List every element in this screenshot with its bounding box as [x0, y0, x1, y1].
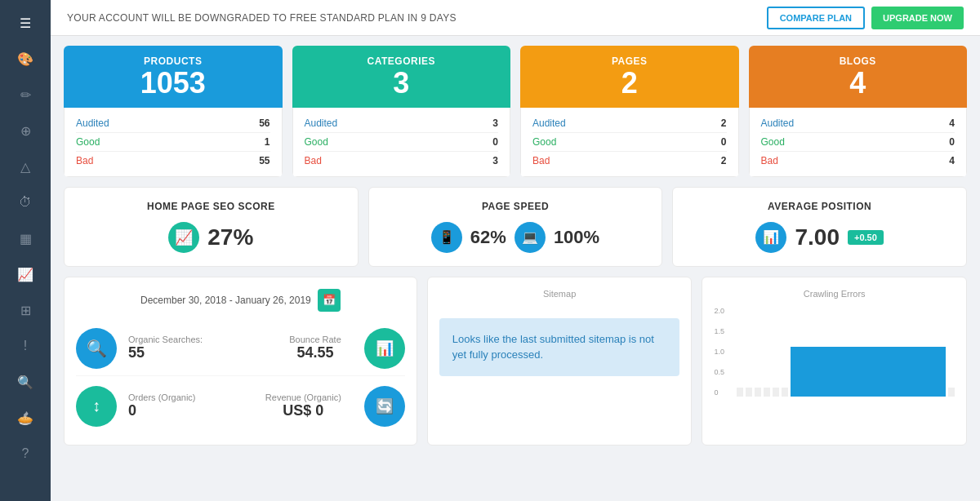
avg-position-value-row: 📊 7.00 +0.50 [755, 222, 883, 253]
categories-bad-value: 3 [492, 155, 498, 166]
main-content: YOUR ACCOUNT WILL BE DOWNGRADED TO FREE … [51, 0, 980, 501]
blogs-card: BLOGS 4 Audited 4 Good 0 Bad 4 [749, 46, 968, 177]
categories-good-row: Good 0 [305, 133, 499, 152]
sidebar-icon-chart[interactable]: 📈 [11, 259, 40, 289]
avg-position-icon: 📊 [755, 222, 786, 253]
orders-value: 0 [128, 402, 196, 419]
pages-good-value: 0 [721, 136, 727, 148]
y-label-0: 0 [714, 388, 724, 397]
pages-header: PAGES 2 [520, 46, 739, 108]
blogs-bad-row: Bad 4 [761, 152, 956, 170]
bar-chart [737, 307, 955, 397]
avg-position-number: 7.00 [795, 224, 840, 250]
categories-label: CATEGORIES [304, 55, 500, 67]
pages-good-row: Good 0 [532, 133, 727, 152]
products-card: PRODUCTS 1053 Audited 56 Good 1 Bad 55 [64, 46, 283, 177]
organic-searches-data: Organic Searches: 55 [128, 335, 203, 361]
crawling-errors-card: Crawling Errors 2.0 1.5 1.0 0.5 0 [702, 277, 967, 446]
bar-main [791, 347, 946, 397]
products-value: 1053 [75, 67, 271, 100]
sidebar-icon-grid[interactable]: ⊞ [11, 295, 40, 325]
seo-score-card: HOME PAGE SEO SCORE 📈 27% [64, 187, 359, 267]
categories-body: Audited 3 Good 0 Bad 3 [292, 108, 511, 177]
avg-position-card: AVERAGE POSITION 📊 7.00 +0.50 [672, 187, 967, 267]
sidebar-icon-search[interactable]: 🔍 [11, 367, 40, 397]
products-header: PRODUCTS 1053 [64, 46, 283, 108]
bar-1 [737, 388, 743, 397]
categories-good-value: 0 [492, 136, 498, 148]
categories-good-label: Good [305, 136, 328, 148]
orders-data: Orders (Organic) 0 [128, 392, 196, 419]
desktop-speed-number: 100% [554, 227, 599, 248]
calendar-button[interactable]: 📅 [318, 289, 341, 312]
categories-header: CATEGORIES 3 [292, 46, 511, 108]
pages-bad-row: Bad 2 [532, 152, 727, 170]
blogs-body: Audited 4 Good 0 Bad 4 [749, 108, 968, 177]
topbar: YOUR ACCOUNT WILL BE DOWNGRADED TO FREE … [51, 0, 980, 36]
bar-3 [755, 388, 761, 397]
crawling-errors-title: Crawling Errors [714, 289, 955, 299]
topbar-message: YOUR ACCOUNT WILL BE DOWNGRADED TO FREE … [67, 12, 457, 24]
sidebar-icon-clock[interactable]: ⏱ [11, 188, 40, 217]
categories-card: CATEGORIES 3 Audited 3 Good 0 Bad 3 [292, 46, 511, 177]
categories-value: 3 [304, 67, 500, 100]
organic-searches-row: 🔍 Organic Searches: 55 Bounce Rate 54.55… [76, 321, 405, 376]
sitemap-message: Looks like the last submitted sitemap is… [439, 318, 680, 376]
products-label: PRODUCTS [75, 55, 271, 67]
pages-good-label: Good [532, 136, 556, 148]
upgrade-now-button[interactable]: UPGRADE NOW [871, 7, 964, 29]
y-label-0-5: 0.5 [714, 368, 724, 376]
pages-label: PAGES [532, 55, 728, 67]
categories-audited-row: Audited 3 [305, 114, 499, 133]
orders-label: Orders (Organic) [128, 392, 196, 402]
organic-searches-value: 55 [128, 344, 203, 361]
revenue-circle-icon: 🔄 [364, 386, 405, 427]
sidebar-icon-table[interactable]: ▦ [11, 224, 40, 253]
bottom-row: December 30, 2018 - January 26, 2019 📅 🔍… [64, 277, 967, 446]
pages-audited-label: Audited [532, 117, 566, 129]
products-bad-value: 55 [259, 155, 270, 166]
products-good-value: 1 [265, 136, 270, 148]
compare-plan-button[interactable]: COMPARE PLAN [767, 7, 865, 29]
bar-2 [746, 388, 752, 397]
sidebar-icon-edit[interactable]: ✏ [11, 80, 40, 109]
y-axis: 2.0 1.5 1.0 0.5 0 [714, 307, 724, 397]
sitemap-card: Sitemap Looks like the last submitted si… [427, 277, 693, 446]
sidebar-icon-plus[interactable]: ⊕ [11, 116, 40, 145]
blogs-value: 4 [760, 67, 956, 100]
metrics-row: HOME PAGE SEO SCORE 📈 27% PAGE SPEED 📱 6… [64, 187, 967, 267]
avg-position-badge: +0.50 [848, 230, 884, 245]
revenue-data: Revenue (Organic) US$ 0 [265, 392, 341, 419]
blogs-good-value: 0 [949, 136, 955, 148]
blogs-bad-value: 4 [949, 155, 955, 166]
sidebar: ☰ 🎨 ✏ ⊕ △ ⏱ ▦ 📈 ⊞ ! 🔍 🥧 ? [0, 0, 51, 501]
sidebar-icon-triangle[interactable]: △ [11, 152, 40, 181]
categories-audited-label: Audited [305, 117, 338, 129]
page-speed-card: PAGE SPEED 📱 62% 💻 100% [368, 187, 663, 267]
sidebar-icon-help[interactable]: ? [11, 439, 40, 468]
pages-body: Audited 2 Good 0 Bad 2 [520, 108, 739, 177]
search-circle-icon: 🔍 [76, 328, 117, 369]
sidebar-icon-dashboard[interactable]: 🎨 [11, 44, 40, 73]
blogs-bad-label: Bad [761, 155, 778, 166]
pages-audited-row: Audited 2 [532, 114, 727, 133]
bounce-rate-data: Bounce Rate 54.55 [289, 335, 341, 361]
mobile-speed-number: 62% [470, 227, 506, 248]
page-speed-title: PAGE SPEED [482, 201, 549, 212]
date-range: December 30, 2018 - January 26, 2019 📅 [76, 289, 405, 312]
blogs-label: BLOGS [760, 55, 956, 67]
categories-audited-value: 3 [492, 117, 498, 129]
y-label-2: 2.0 [714, 307, 724, 315]
date-range-text: December 30, 2018 - January 26, 2019 [140, 295, 311, 306]
sidebar-icon-menu[interactable]: ☰ [11, 8, 40, 38]
blogs-header: BLOGS 4 [749, 46, 968, 108]
sitemap-title: Sitemap [439, 289, 680, 299]
seo-score-value-row: 📈 27% [168, 222, 253, 253]
products-audited-label: Audited [76, 117, 109, 129]
stat-cards-row: PRODUCTS 1053 Audited 56 Good 1 Bad 55 [64, 46, 967, 177]
pages-audited-value: 2 [721, 117, 727, 129]
blogs-audited-row: Audited 4 [761, 114, 956, 133]
sidebar-icon-alert[interactable]: ! [11, 331, 40, 361]
sidebar-icon-pie[interactable]: 🥧 [11, 403, 40, 432]
categories-bad-label: Bad [305, 155, 322, 166]
